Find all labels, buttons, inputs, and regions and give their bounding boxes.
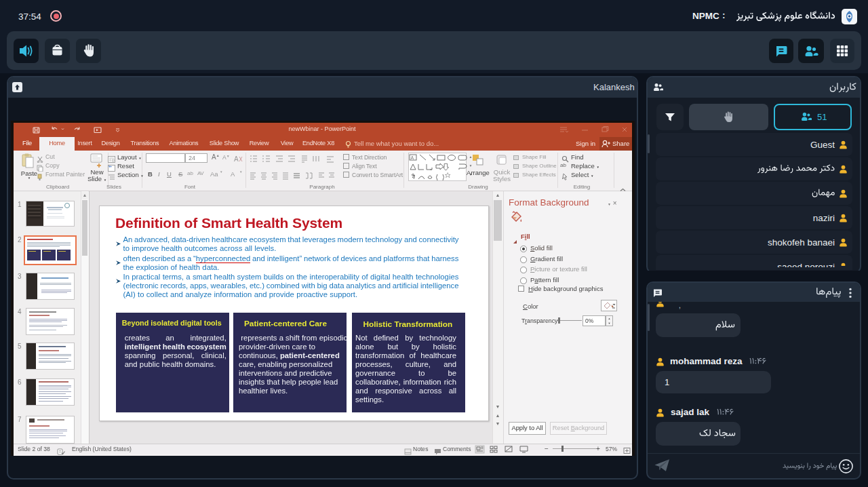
svg-text:A: A <box>411 155 414 160</box>
svg-text:A: A <box>234 155 239 163</box>
